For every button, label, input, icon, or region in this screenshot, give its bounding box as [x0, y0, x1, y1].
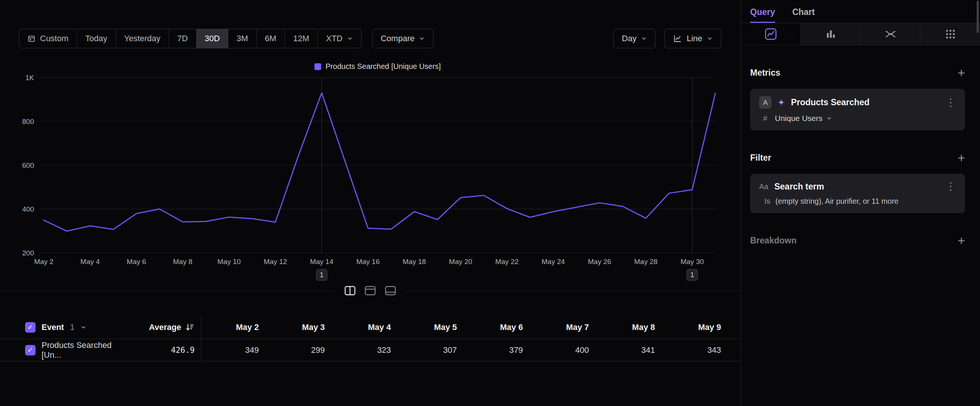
svg-text:May 10: May 10 — [218, 258, 241, 266]
svg-text:1: 1 — [320, 271, 323, 279]
add-metric-button[interactable]: + — [958, 66, 965, 79]
insights-line-icon — [764, 28, 777, 40]
svg-text:400: 400 — [22, 205, 34, 213]
svg-text:May 28: May 28 — [634, 258, 657, 266]
svg-text:May 4: May 4 — [81, 258, 100, 266]
svg-text:May 18: May 18 — [403, 258, 426, 266]
tab-query[interactable]: Query — [750, 7, 775, 23]
column-header: May 7 — [531, 322, 597, 332]
measure-dropdown[interactable]: Unique Users — [775, 114, 832, 123]
svg-text:200: 200 — [22, 249, 34, 257]
filter-card-main: Aa Search term ⋮ — [759, 181, 956, 192]
event-header-label: Event — [41, 322, 64, 332]
number-type-icon: # — [760, 114, 770, 123]
column-header: May 4 — [334, 322, 399, 332]
average-value-cell: 426.9 — [124, 339, 201, 361]
row-checkbox[interactable]: ✓ — [25, 345, 35, 355]
event-count: 1 — [70, 322, 75, 332]
value-cell: 307 — [399, 345, 465, 355]
metric-measure-row: # Unique Users — [759, 114, 956, 123]
panel-tabs: Query Chart — [741, 0, 980, 23]
annotation-badge[interactable]: 1 — [316, 269, 327, 280]
layout-split-top-icon[interactable] — [363, 283, 378, 298]
average-header-label: Average — [149, 322, 181, 332]
svg-text:May 20: May 20 — [449, 258, 472, 266]
svg-text:May 24: May 24 — [542, 258, 565, 266]
svg-text:May 6: May 6 — [127, 258, 146, 266]
filter-condition-row[interactable]: Is (empty string), Air purifier, or 11 m… — [759, 197, 956, 205]
filter-title: Filter — [750, 153, 771, 163]
column-header: May 5 — [399, 322, 465, 332]
event-name-cell: ✓ Products Searched [Un... — [0, 339, 124, 361]
svg-text:May 16: May 16 — [356, 258, 380, 266]
chevron-down-icon — [826, 115, 832, 121]
value-cell: 299 — [267, 345, 333, 355]
date-value-cells: 349299323307379400341343 — [201, 339, 741, 361]
value-cell: 323 — [334, 345, 399, 355]
breakdown-title: Breakdown — [750, 236, 797, 246]
layout-split-bottom-icon[interactable] — [383, 283, 398, 298]
table-header-row: ✓ Event 1 Average May 2May 3May 4May 5Ma… — [0, 316, 741, 339]
chevron-down-icon[interactable] — [81, 324, 86, 330]
app-root: CustomTodayYesterday7D30D3M6M12MXTD Comp… — [0, 0, 980, 406]
metric-name: Products Searched — [791, 97, 870, 107]
viz-tab-line-chart[interactable] — [741, 23, 801, 45]
column-header: May 3 — [267, 322, 333, 332]
event-header-cell: ✓ Event 1 — [0, 316, 124, 339]
add-breakdown-button[interactable]: + — [958, 234, 965, 247]
column-header: May 8 — [597, 322, 663, 332]
date-columns-header: May 2May 3May 4May 5May 6May 7May 8May 9 — [201, 316, 741, 339]
breakdown-section-header: Breakdown + — [750, 234, 965, 247]
column-header: May 2 — [201, 322, 267, 332]
metrics-title: Metrics — [750, 68, 781, 78]
bar-chart-icon — [824, 28, 837, 40]
filter-property-name: Search term — [774, 182, 824, 192]
value-cell: 349 — [201, 345, 267, 355]
filter-section-header: Filter + — [750, 151, 965, 164]
value-cell: 341 — [597, 345, 663, 355]
select-all-checkbox[interactable]: ✓ — [25, 322, 35, 333]
column-header: May 9 — [664, 322, 730, 332]
layout-split-vertical-icon[interactable] — [342, 283, 358, 298]
metric-card[interactable]: A ✦ Products Searched ⋮ # Unique Users — [750, 89, 965, 131]
svg-text:May 26: May 26 — [588, 258, 611, 266]
average-value: 426.9 — [171, 346, 195, 355]
svg-text:May 8: May 8 — [173, 258, 192, 266]
tab-chart[interactable]: Chart — [792, 7, 815, 23]
filter-values: (empty string), Air purifier, or 11 more — [776, 197, 899, 205]
metric-series-badge: A — [759, 96, 772, 108]
svg-text:600: 600 — [22, 161, 34, 169]
add-filter-button[interactable]: + — [958, 151, 965, 164]
annotation-badge[interactable]: 1 — [687, 269, 698, 280]
svg-text:May 22: May 22 — [495, 258, 519, 266]
event-name: Products Searched [Un... — [41, 341, 124, 360]
events-table: ✓ Event 1 Average May 2May 3May 4May 5Ma… — [0, 316, 741, 361]
layout-toggle-group — [336, 282, 405, 299]
table-row: ✓ Products Searched [Un... 426.9 3492993… — [0, 339, 741, 361]
viz-tab-metrics-grid[interactable] — [920, 23, 980, 45]
panel-scrollbar[interactable] — [977, 1, 979, 33]
column-header: May 6 — [466, 322, 531, 332]
sort-descending-icon — [185, 322, 195, 332]
metrics-section-header: Metrics + — [750, 66, 965, 79]
measure-label: Unique Users — [775, 114, 822, 123]
grid-dots-icon — [944, 28, 957, 40]
filter-operator: Is — [764, 197, 770, 205]
text-type-icon: Aa — [759, 182, 768, 191]
viz-tab-bar-chart[interactable] — [801, 23, 861, 45]
kebab-menu-icon[interactable]: ⋮ — [945, 181, 956, 192]
filter-card[interactable]: Aa Search term ⋮ Is (empty string), Air … — [750, 174, 965, 213]
value-cell: 400 — [531, 345, 597, 355]
kebab-menu-icon[interactable]: ⋮ — [945, 97, 956, 108]
svg-text:May 12: May 12 — [264, 258, 287, 266]
visualization-tabs — [741, 23, 980, 45]
main-area: CustomTodayYesterday7D30D3M6M12MXTD Comp… — [0, 0, 741, 406]
svg-text:1: 1 — [690, 271, 694, 279]
viz-tab-flows[interactable] — [861, 23, 921, 45]
line-chart[interactable]: 2004006008001KMay 2May 4May 6May 8May 10… — [0, 0, 741, 296]
average-header-cell[interactable]: Average — [124, 316, 201, 339]
flows-icon — [884, 28, 897, 40]
query-panel: Query Chart Metrics + A ✦ P — [741, 0, 980, 406]
value-cell: 343 — [664, 345, 730, 355]
series-line — [44, 93, 715, 231]
